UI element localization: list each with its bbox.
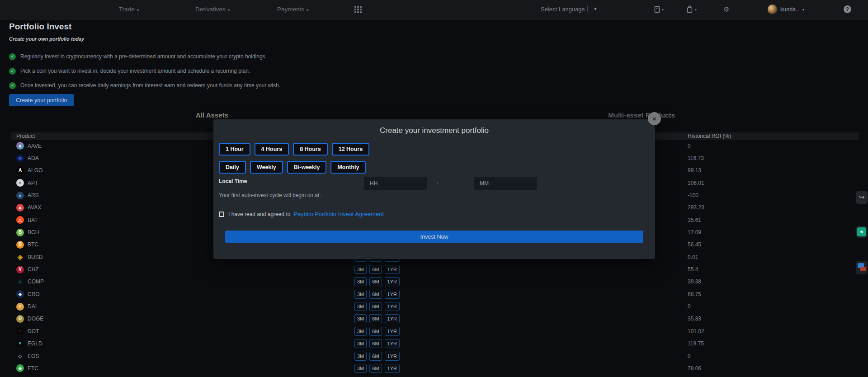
- chevron-down-icon: ▾: [695, 8, 697, 12]
- nav-item-trade[interactable]: Trade▾: [119, 6, 139, 13]
- period-buttons: 3M6M1YR: [354, 302, 400, 311]
- frequency-button-weekly[interactable]: Weekly: [250, 161, 283, 174]
- asset-symbol: ARB: [28, 192, 39, 198]
- table-row: ◆CRO3M6M1YR68.75: [11, 288, 859, 300]
- nav-item-payments[interactable]: Payments▾: [277, 6, 309, 13]
- chat-bubble-red: [860, 267, 866, 271]
- asset-symbol: EOS: [28, 353, 39, 359]
- period-3m-button[interactable]: 3M: [354, 314, 367, 323]
- page-title: Portfolio Invest: [9, 22, 71, 32]
- user-menu[interactable]: kunda..: [780, 6, 799, 13]
- language-dropdown-icon[interactable]: ▼: [593, 6, 598, 11]
- roi-value: 35.61: [688, 217, 701, 223]
- user-avatar[interactable]: [768, 5, 777, 14]
- asset-symbol: DAI: [28, 303, 37, 310]
- time-separator: :: [437, 179, 438, 185]
- frequency-button-12-hours[interactable]: 12 Hours: [332, 143, 370, 156]
- algo-icon: A: [16, 167, 24, 174]
- roi-value: 119.75: [688, 340, 704, 347]
- period-6m-button[interactable]: 6M: [369, 339, 382, 348]
- agreement-link[interactable]: Paybito Portfolio Invest Agreement: [293, 211, 383, 217]
- frequency-button-daily[interactable]: Daily: [219, 161, 246, 174]
- period-6m-button[interactable]: 6M: [369, 352, 382, 361]
- table-row: ◇EOS3M6M1YR0: [11, 350, 859, 362]
- agreement-text: I have read and agreed to: [228, 211, 290, 217]
- language-selector[interactable]: Select Language: [541, 6, 585, 13]
- minutes-input[interactable]: [474, 177, 537, 190]
- orders-bag-icon[interactable]: [686, 5, 693, 13]
- period-1yr-button[interactable]: 1YR: [385, 277, 400, 286]
- period-3m-button[interactable]: 3M: [354, 265, 367, 274]
- table-row: ◆ETC3M6M1YR78.06: [11, 362, 859, 374]
- cycle-info-text: Your first auto-invest cycle will begin …: [219, 192, 322, 198]
- bch-icon: B: [16, 229, 24, 236]
- period-6m-button[interactable]: 6M: [369, 290, 382, 299]
- period-6m-button[interactable]: 6M: [369, 364, 382, 373]
- share-arrow-icon[interactable]: ↪: [856, 191, 868, 204]
- period-1yr-button[interactable]: 1YR: [385, 265, 400, 274]
- roi-value: 55.4: [688, 266, 698, 273]
- period-1yr-button[interactable]: 1YR: [385, 364, 400, 373]
- chatgpt-extension-icon[interactable]: *: [856, 226, 868, 238]
- close-icon[interactable]: ×: [648, 112, 661, 125]
- aave-icon: ∧: [16, 142, 24, 150]
- asset-symbol: EGLD: [28, 340, 42, 347]
- period-1yr-button[interactable]: 1YR: [385, 327, 400, 336]
- period-buttons: 3M6M1YR: [354, 339, 400, 348]
- period-6m-button[interactable]: 6M: [369, 327, 382, 336]
- period-1yr-button[interactable]: 1YR: [385, 290, 400, 299]
- feature-text: Pick a coin you want to invest in, decid…: [20, 68, 250, 74]
- arb-icon: ▲: [16, 192, 24, 199]
- asset-symbol: APT: [28, 180, 38, 186]
- asset-symbol: AVAX: [28, 204, 41, 211]
- chevron-down-icon: ▾: [662, 8, 664, 12]
- wallet-icon[interactable]: [654, 6, 660, 13]
- frequency-button-4-hours[interactable]: 4 Hours: [255, 143, 289, 156]
- asset-symbol: BAT: [28, 217, 38, 223]
- help-icon[interactable]: ?: [844, 5, 851, 13]
- etc-icon: ◆: [16, 364, 24, 372]
- tab-all-assets[interactable]: All Assets: [0, 111, 424, 119]
- feature-text: Regularly invest in cryptocurrency with …: [20, 53, 267, 60]
- period-1yr-button[interactable]: 1YR: [385, 302, 400, 311]
- roi-value: 78.06: [688, 365, 701, 372]
- period-6m-button[interactable]: 6M: [369, 265, 382, 274]
- busd-icon: ◈: [16, 253, 24, 261]
- frequency-button-monthly[interactable]: Monthly: [330, 161, 366, 174]
- create-portfolio-button[interactable]: Create your portfolio: [9, 94, 74, 106]
- chat-bubbles-icon[interactable]: [856, 261, 868, 274]
- frequency-button-8-hours[interactable]: 8 Hours: [293, 143, 328, 156]
- feature-list: ✓Regularly invest in cryptocurrency with…: [9, 52, 280, 96]
- period-3m-button[interactable]: 3M: [354, 277, 367, 286]
- nav-item-derivatives[interactable]: Derivatives▾: [195, 6, 230, 13]
- period-1yr-button[interactable]: 1YR: [385, 339, 400, 348]
- chevron-down-icon: ▾: [228, 8, 230, 12]
- asset-symbol: DOT: [28, 328, 39, 335]
- period-3m-button[interactable]: 3M: [354, 364, 367, 373]
- period-3m-button[interactable]: 3M: [354, 352, 367, 361]
- top-navbar: Trade▾ Derivatives▾ Payments▾ Select Lan…: [0, 0, 868, 20]
- invest-now-button[interactable]: Invest Now: [225, 231, 643, 243]
- period-3m-button[interactable]: 3M: [354, 327, 367, 336]
- asset-symbol: COMP: [28, 278, 44, 285]
- settings-gear-icon[interactable]: ⚙: [723, 5, 729, 14]
- period-6m-button[interactable]: 6M: [369, 314, 382, 323]
- frequency-button-1-hour[interactable]: 1 Hour: [219, 143, 250, 156]
- check-circle-icon: ✓: [9, 53, 16, 60]
- period-3m-button[interactable]: 3M: [354, 339, 367, 348]
- period-3m-button[interactable]: 3M: [354, 290, 367, 299]
- frequency-button-bi-weekly[interactable]: Bi-weekly: [287, 161, 327, 174]
- agreement-checkbox[interactable]: [219, 212, 224, 217]
- hours-input[interactable]: [364, 177, 427, 190]
- apps-grid-icon[interactable]: [354, 6, 363, 14]
- period-1yr-button[interactable]: 1YR: [385, 314, 400, 323]
- period-6m-button[interactable]: 6M: [369, 277, 382, 286]
- separator: |: [587, 5, 589, 12]
- period-6m-button[interactable]: 6M: [369, 302, 382, 311]
- tab-multi-asset-products[interactable]: Multi-asset Products: [424, 111, 859, 119]
- feature-item: ✓Regularly invest in cryptocurrency with…: [9, 52, 280, 61]
- period-3m-button[interactable]: 3M: [354, 302, 367, 311]
- chevron-down-icon: ▾: [802, 8, 804, 12]
- period-1yr-button[interactable]: 1YR: [385, 352, 400, 361]
- roi-value: 17.09: [688, 229, 701, 236]
